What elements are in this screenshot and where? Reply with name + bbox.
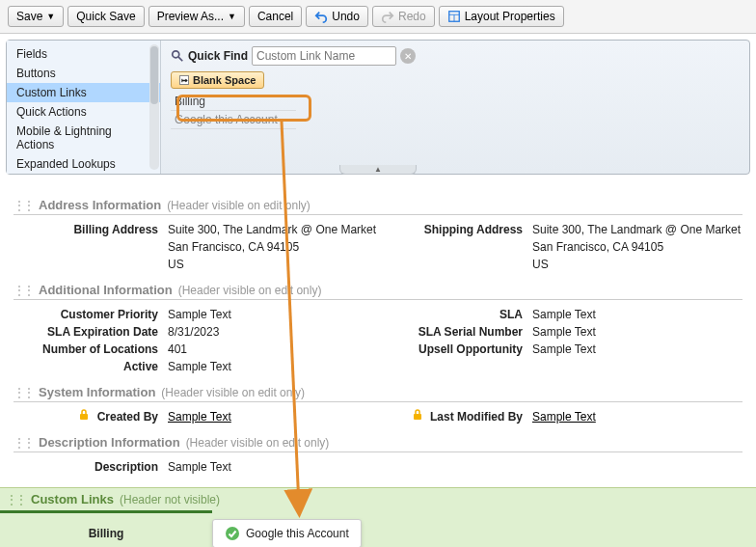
- drop-target-google-account[interactable]: Google this Account: [212, 519, 362, 547]
- palette-collapse-handle[interactable]: ▲: [339, 165, 417, 175]
- field-value[interactable]: Sample Text: [532, 323, 742, 341]
- category-expanded-lookups[interactable]: Expanded Lookups: [7, 154, 160, 174]
- preview-as-button[interactable]: Preview As...▼: [148, 6, 245, 27]
- svg-rect-5: [80, 414, 88, 420]
- section-system: ⋮⋮ System Information (Header visible on…: [14, 385, 742, 425]
- section-note: (Header visible on edit only): [186, 436, 330, 450]
- section-title: Additional Information: [39, 283, 173, 297]
- section-title: Custom Links: [31, 492, 114, 506]
- field-label: Customer Priority: [14, 306, 168, 323]
- palette-items: Quick Find ✕ ↦ Blank Space Billing Googl…: [161, 41, 749, 174]
- layout-properties-button[interactable]: Layout Properties: [439, 6, 564, 27]
- quick-find-row: Quick Find ✕: [171, 46, 740, 66]
- palette-categories: Fields Buttons Custom Links Quick Action…: [7, 41, 161, 174]
- save-label: Save: [16, 10, 42, 23]
- field-label: Created By: [14, 408, 168, 425]
- category-buttons[interactable]: Buttons: [7, 64, 160, 83]
- field-value[interactable]: Sample Text: [532, 341, 742, 358]
- field-value[interactable]: Sample Text: [532, 306, 742, 323]
- redo-label: Redo: [398, 10, 426, 23]
- undo-label: Undo: [332, 10, 360, 23]
- insert-icon: ↦: [179, 75, 189, 85]
- grip-icon: ⋮⋮: [14, 199, 33, 212]
- section-note: (Header not visible): [120, 493, 220, 506]
- field-label: Active: [14, 358, 168, 375]
- save-button[interactable]: Save▼: [8, 6, 64, 27]
- section-header[interactable]: ⋮⋮ Custom Links (Header not visible): [0, 488, 756, 510]
- field-value[interactable]: 401: [168, 341, 378, 358]
- field-label: Billing Address: [14, 221, 168, 273]
- section-header[interactable]: ⋮⋮ Address Information (Header visible o…: [14, 198, 742, 215]
- section-header[interactable]: ⋮⋮ Additional Information (Header visibl…: [14, 283, 742, 300]
- check-icon: [225, 526, 240, 541]
- palette-scrollbar[interactable]: [149, 44, 159, 170]
- field-label: Last Modified By: [378, 408, 532, 425]
- redo-button[interactable]: Redo: [372, 6, 435, 27]
- quick-find-input[interactable]: [252, 46, 396, 66]
- created-by-link[interactable]: Sample Text: [168, 410, 231, 424]
- lock-icon: [78, 409, 90, 421]
- redo-icon: [381, 10, 394, 23]
- section-address: ⋮⋮ Address Information (Header visible o…: [14, 198, 742, 273]
- created-by-label: Created By: [97, 410, 158, 424]
- layout-icon: [447, 10, 461, 23]
- palette-item-billing[interactable]: Billing: [171, 93, 296, 111]
- modified-by-link[interactable]: Sample Text: [532, 410, 596, 424]
- field-value[interactable]: Sample Text: [168, 408, 378, 425]
- drop-target-label: Google this Account: [246, 527, 349, 540]
- modified-by-label: Last Modified By: [430, 410, 523, 424]
- field-value[interactable]: Sample Text: [168, 458, 742, 476]
- quick-save-button[interactable]: Quick Save: [68, 6, 144, 27]
- blank-space-pill[interactable]: ↦ Blank Space: [171, 71, 264, 89]
- caret-down-icon: ▼: [228, 12, 236, 21]
- field-label: Description: [14, 458, 168, 476]
- field-label: SLA: [378, 306, 532, 323]
- svg-line-4: [178, 57, 182, 61]
- grip-icon: ⋮⋮: [14, 284, 33, 297]
- quick-find-label: Quick Find: [188, 49, 248, 63]
- section-description: ⋮⋮ Description Information (Header visib…: [14, 435, 742, 476]
- category-fields[interactable]: Fields: [7, 44, 160, 64]
- field-value[interactable]: Suite 300, The Landmark @ One Market San…: [532, 221, 742, 273]
- blank-space-label: Blank Space: [193, 74, 256, 86]
- preview-as-label: Preview As...: [157, 10, 224, 23]
- undo-button[interactable]: Undo: [306, 6, 368, 27]
- section-additional: ⋮⋮ Additional Information (Header visibl…: [14, 283, 742, 375]
- field-value[interactable]: Suite 300, The Landmark @ One Market San…: [168, 221, 378, 273]
- field-label: Upsell Opportunity: [378, 341, 532, 358]
- svg-rect-6: [414, 414, 421, 420]
- field-value[interactable]: Sample Text: [532, 408, 742, 425]
- clear-icon[interactable]: ✕: [400, 48, 416, 64]
- field-value[interactable]: 8/31/2023: [168, 323, 378, 341]
- svg-point-3: [173, 51, 179, 58]
- layout-props-label: Layout Properties: [465, 10, 555, 23]
- toolbar: Save▼ Quick Save Preview As...▼ Cancel U…: [0, 0, 756, 34]
- field-value[interactable]: Sample Text: [168, 306, 378, 323]
- category-custom-links[interactable]: Custom Links: [7, 83, 160, 102]
- field-label: Shipping Address: [378, 221, 532, 273]
- field-label: SLA Serial Number: [378, 323, 532, 341]
- section-note: (Header visible on edit only): [178, 284, 322, 297]
- section-title: System Information: [39, 385, 155, 399]
- field-label: Number of Locations: [14, 341, 168, 358]
- field-value[interactable]: Sample Text: [168, 358, 378, 375]
- section-header[interactable]: ⋮⋮ Description Information (Header visib…: [14, 435, 742, 452]
- search-icon: [171, 49, 184, 63]
- svg-point-7: [226, 527, 239, 540]
- caret-down-icon: ▼: [46, 12, 55, 21]
- undo-icon: [314, 10, 328, 23]
- section-custom-links: ⋮⋮ Custom Links (Header not visible) Bil…: [0, 487, 756, 547]
- grip-icon: ⋮⋮: [14, 436, 33, 450]
- section-title: Address Information: [39, 198, 161, 212]
- section-note: (Header visible on edit only): [161, 386, 305, 399]
- category-quick-actions[interactable]: Quick Actions: [7, 102, 160, 122]
- section-header[interactable]: ⋮⋮ System Information (Header visible on…: [14, 385, 742, 402]
- custom-link-billing[interactable]: Billing: [0, 527, 212, 540]
- scrollbar-thumb[interactable]: [150, 46, 158, 104]
- layout-canvas: ⋮⋮ Address Information (Header visible o…: [0, 180, 756, 476]
- category-mobile-lightning[interactable]: Mobile & Lightning Actions: [7, 122, 160, 154]
- grip-icon: ⋮⋮: [6, 493, 25, 506]
- palette-item-google-account[interactable]: Google this Account: [171, 111, 296, 129]
- lock-icon: [412, 409, 423, 421]
- cancel-button[interactable]: Cancel: [249, 6, 302, 27]
